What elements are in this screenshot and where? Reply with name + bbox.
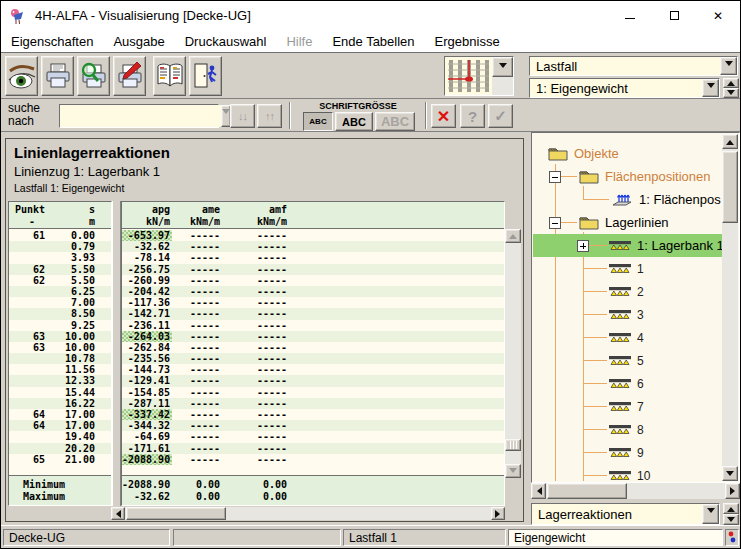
table-row[interactable]: 625.50 [9,264,111,275]
table-row[interactable]: 6521.00 [9,454,111,465]
table-row[interactable]: 8.50 [9,308,111,319]
menu-ende-tabellen[interactable]: Ende Tabellen [322,32,424,51]
table-view-selector[interactable] [444,56,514,96]
menu-eigenschaften[interactable]: Eigenschaften [1,32,103,51]
table-view-dropdown-button[interactable] [492,57,513,77]
table-row[interactable]: -144.73---------- [122,364,504,375]
loadcase-dropdown[interactable]: 1: Eigengewicht [529,78,720,98]
tree-item-lagerlinie[interactable]: 9 [533,441,722,464]
tree-vertical-scrollbar[interactable] [722,134,738,481]
scroll-down-button[interactable] [722,466,738,481]
table-row[interactable]: 20.20 [9,443,111,454]
menu-druckauswahl[interactable]: Druckauswahl [175,32,277,51]
table-row[interactable]: 0.79 [9,241,111,252]
table-row[interactable]: -117.36---------- [122,297,504,308]
tree-item-lagerlinie[interactable]: 1 [533,257,722,280]
chevron-down-icon[interactable] [702,79,719,97]
table-row[interactable]: -129.41---------- [122,375,504,386]
title-bar[interactable]: 4H-ALFA - Visualisierung [Decke-UG] ✕ [1,1,740,30]
scrollbar-grip[interactable] [505,439,521,451]
close-button[interactable]: ✕ [696,1,740,30]
table-row[interactable]: 19.40 [9,431,111,442]
spin-down-button[interactable] [723,514,739,525]
table-row[interactable]: 3.93 [9,252,111,263]
table-row[interactable]: 16.22 [9,398,111,409]
spin-down-button[interactable] [723,88,739,98]
tree-item-lagerlinie[interactable]: 4 [533,326,722,349]
table-row[interactable]: 15.44 [9,387,111,398]
table-row[interactable]: 6310.00 [9,331,111,342]
tree-item-lagerlinie[interactable]: 3 [533,303,722,326]
tree-item-lagerlinie[interactable]: 7 [533,395,722,418]
scroll-left-button[interactable] [531,483,546,499]
table-row[interactable]: -32.62---------- [122,241,504,252]
scrollbar-thumb[interactable] [722,151,738,223]
table-row[interactable]: -264.03---------- [122,331,504,342]
table-row[interactable]: 9.25 [9,320,111,331]
table-row[interactable]: -653.97---------- [122,230,504,241]
search-combobox[interactable] [59,104,219,128]
loadcase-type-dropdown[interactable]: Lastfall [529,56,738,76]
table-row[interactable]: -142.71---------- [122,308,504,319]
table-row[interactable]: 11.56 [9,364,111,375]
table-row[interactable]: -260.99---------- [122,275,504,286]
table-row[interactable]: -204.42---------- [122,286,504,297]
view-button[interactable] [5,56,38,96]
collapse-minus-icon[interactable] [549,217,561,229]
tree-item-lagerlinie[interactable]: 5 [533,349,722,372]
table-row[interactable]: -64.69---------- [122,431,504,442]
tree-item-flaechenposition-1[interactable]: 1: Flächenpos [533,188,722,211]
tree-item-lagerlinie[interactable]: 6 [533,372,722,395]
tree-item-flaechenpositionen[interactable]: Flächenpositionen [533,165,722,188]
table-row[interactable]: -287.11---------- [122,398,504,409]
print-preview-button[interactable] [77,56,110,96]
scrollbar-thumb[interactable] [547,483,627,499]
tree-item-lagerlinie[interactable]: 8 [533,418,722,441]
tables-book-button[interactable] [153,56,186,96]
table-row[interactable]: -78.14---------- [122,252,504,263]
fontsize-small-button[interactable]: ABC [303,112,333,131]
table-horizontal-scrollbar[interactable] [111,507,505,520]
spin-up-button[interactable] [723,503,739,514]
table-row[interactable]: -171.61---------- [122,443,504,454]
tree-item-lagerlinien[interactable]: Lagerlinien [533,211,722,234]
result-type-dropdown[interactable]: Lagerreaktionen [531,503,720,525]
fontsize-medium-button[interactable]: ABC [335,112,373,131]
pane-splitter[interactable] [112,201,121,506]
tree-item-lagerlinie[interactable]: 2 [533,280,722,303]
minimize-button[interactable] [608,1,652,30]
table-row[interactable]: -344.32---------- [122,420,504,431]
tree-item-lagerlinie[interactable]: 10 [533,464,722,481]
table-row[interactable]: 6417.00 [9,420,111,431]
scroll-left-button[interactable] [111,507,125,520]
table-row[interactable]: -337.42---------- [122,409,504,420]
chevron-down-icon[interactable] [720,57,737,75]
cancel-button[interactable]: ✕ [431,104,456,128]
collapse-minus-icon[interactable] [549,171,561,183]
tree-item-objekte[interactable]: Objekte [533,142,722,165]
scroll-up-button[interactable] [722,134,738,149]
print-button[interactable] [41,56,74,96]
exit-button[interactable] [189,56,222,96]
table-row[interactable]: 610.00 [9,230,111,241]
scroll-right-button[interactable] [491,507,505,520]
table-row[interactable]: 625.50 [9,275,111,286]
tree-horizontal-scrollbar[interactable] [531,483,740,499]
table-row[interactable]: -262.84---------- [122,342,504,353]
menu-ergebnisse[interactable]: Ergebnisse [425,32,510,51]
maximize-button[interactable] [652,1,696,30]
scroll-right-button[interactable] [725,483,740,499]
table-vertical-scrollbar[interactable] [505,229,521,478]
table-row[interactable]: 10.78 [9,353,111,364]
spin-up-button[interactable] [723,78,739,88]
table-row[interactable]: 6310.00 [9,342,111,353]
table-row[interactable]: 6.25 [9,286,111,297]
chevron-down-icon[interactable] [702,504,719,524]
table-row[interactable]: -256.75---------- [122,264,504,275]
table-row[interactable]: -236.11---------- [122,320,504,331]
expand-plus-icon[interactable] [577,240,589,252]
table-row[interactable]: 6417.00 [9,409,111,420]
tree-item-lagerbank-selected[interactable]: 1: Lagerbank 1 [533,234,722,257]
table-row[interactable]: -154.85---------- [122,387,504,398]
table-row[interactable]: 7.00 [9,297,111,308]
